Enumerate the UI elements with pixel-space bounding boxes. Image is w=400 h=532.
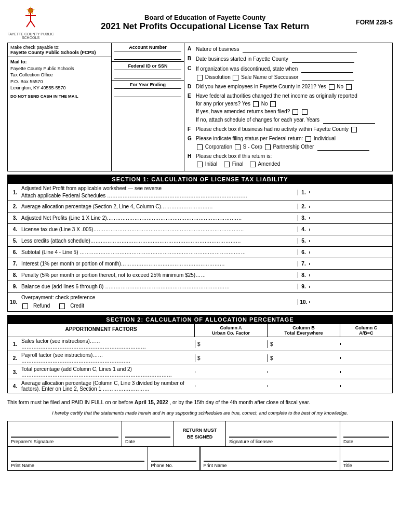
g-scorp-label: S - Corp — [243, 144, 262, 150]
apport-row2-col-c[interactable] — [340, 357, 392, 359]
apport-row1-col-a[interactable]: $ — [195, 340, 268, 348]
g-partnership-checkbox[interactable] — [265, 144, 271, 150]
date-cell-1[interactable]: Date — [122, 421, 174, 446]
row2-value[interactable] — [309, 206, 392, 208]
d-yes-checkbox[interactable] — [329, 84, 335, 90]
apport-row-1: 1. Sales factor (see instructions)…… ………… — [8, 337, 392, 351]
field-f-content: Please check box if business had no acti… — [196, 125, 389, 133]
row6-value[interactable] — [309, 251, 392, 254]
row7-value[interactable] — [309, 263, 392, 265]
row10-value[interactable] — [309, 301, 392, 303]
row3-value[interactable] — [309, 217, 392, 219]
e-yes-checkbox[interactable] — [253, 101, 259, 107]
field-b-input[interactable] — [292, 55, 354, 63]
apport-row2-col-b[interactable]: $ — [268, 354, 340, 362]
sale-label: Sale — [241, 74, 251, 80]
field-c-input[interactable] — [301, 64, 353, 73]
apport-row1-num: 1. — [8, 341, 19, 347]
licensee-print-name-label: Print Name — [204, 461, 337, 468]
apport-row3-col-c[interactable] — [340, 371, 392, 373]
row3-desc: Adjusted Net Profits (Line 1 X Line 2)……… — [19, 214, 298, 223]
row5-desc: Less credits (attach schedule)…………………………… — [19, 236, 298, 246]
h-final-checkbox[interactable] — [224, 162, 230, 167]
licensee-print-name-cell[interactable]: Print Name — [200, 447, 341, 470]
h-initial-label: Initial — [205, 161, 217, 167]
row4-value[interactable] — [309, 229, 392, 231]
apport-row-4: 4. Average allocation percentage (Column… — [8, 379, 392, 393]
e-no-checkbox[interactable] — [270, 101, 276, 107]
g-other-input[interactable] — [317, 142, 369, 151]
field-c-text: If organization was discontinued, state … — [196, 66, 298, 72]
col-c-sublabel: A/B=C — [342, 330, 390, 336]
apport-row1-col-b[interactable]: $ — [268, 340, 340, 348]
section1-body: 1. Adjusted Net Profit from applicable w… — [7, 184, 393, 312]
field-b-letter: B — [188, 55, 195, 62]
col-a-sublabel: Urban Co. Factor — [197, 330, 265, 336]
e-amended-checkbox[interactable] — [292, 109, 298, 115]
g-scorp-checkbox[interactable] — [235, 144, 241, 150]
apport-row1-col-c[interactable] — [340, 343, 392, 345]
col-b-dollar-2: $ — [270, 355, 273, 361]
calc-row-9: 9. Balance due (add lines 6 through 8) …… — [8, 281, 392, 292]
row2-desc: Average allocation percentage (Section 2… — [19, 202, 298, 211]
apport-row3-col-a — [195, 371, 268, 373]
field-g-letter: G — [188, 135, 195, 142]
credit-checkbox[interactable] — [59, 303, 65, 309]
g-individual-label: Individual — [314, 136, 336, 141]
preparer-sig-cell[interactable]: Preparer's Signature — [8, 421, 122, 446]
calc-row-2: 2. Average allocation percentage (Sectio… — [8, 201, 392, 212]
certify-text: I hereby certify that the statements mad… — [7, 408, 393, 418]
row1-desc: Adjusted Net Profit from applicable work… — [19, 184, 298, 201]
account-number-input[interactable] — [114, 52, 181, 60]
row8-value[interactable] — [309, 274, 392, 276]
g-individual-checkbox[interactable] — [305, 136, 311, 142]
field-d-letter: D — [188, 83, 195, 90]
row2-num: 2. — [8, 204, 19, 209]
top-info-section: Make check payable to: Fayette County Pu… — [7, 43, 393, 171]
date-cell-2[interactable]: Date — [340, 421, 392, 446]
return-must-line1: RETURN MUST — [183, 427, 217, 434]
preparer-print-name-cell[interactable]: Print Name — [8, 447, 148, 470]
field-h-content: Please check box if this return is: Init… — [196, 152, 389, 168]
federal-id-input[interactable] — [114, 71, 181, 78]
g-corp-checkbox[interactable] — [197, 144, 203, 150]
field-a-input[interactable] — [243, 45, 357, 53]
e-years-input[interactable] — [323, 115, 375, 124]
phone-cell[interactable]: Phone No. — [148, 447, 200, 470]
apport-row2-col-a[interactable]: $ — [195, 354, 268, 362]
successor-input[interactable] — [302, 73, 354, 81]
d-no-checkbox[interactable] — [346, 84, 352, 90]
section2-body: APPORTIONMENT FACTORS Column A Urban Co.… — [7, 324, 393, 393]
date-label-2: Date — [343, 437, 389, 444]
row1-value[interactable] — [309, 191, 392, 193]
return-must-be-signed: RETURN MUST BE SIGNED — [174, 421, 226, 446]
row6-num: 6. — [8, 249, 19, 255]
filing-note-text: This form must be filed and PAID IN FULL… — [7, 400, 133, 405]
title-cell[interactable]: Title — [340, 447, 392, 470]
field-c-row: C If organization was discontinued, stat… — [188, 64, 389, 81]
h-initial-checkbox[interactable] — [197, 162, 203, 167]
year-ending-input[interactable] — [114, 90, 181, 97]
licensee-sig-cell[interactable]: Signature of licensee — [226, 421, 340, 446]
apport-row2-num: 2. — [8, 355, 19, 361]
dissolution-checkbox[interactable] — [197, 75, 203, 81]
apport-row4-col-c[interactable] — [340, 385, 392, 387]
col-a-header: Column A Urban Co. Factor — [195, 324, 268, 337]
sale-checkbox[interactable] — [233, 75, 238, 81]
row8-desc: Penalty (5% per month or portion thereof… — [19, 271, 298, 280]
e-years-label: Years — [306, 117, 319, 123]
row9-value[interactable] — [309, 286, 392, 288]
row3-num: 3. — [8, 215, 19, 221]
apport-row4-desc: Average allocation percentage (Column C,… — [19, 379, 195, 393]
row5-num: 5. — [8, 238, 19, 244]
h-amended-checkbox[interactable] — [250, 162, 256, 167]
row5-value[interactable] — [309, 240, 392, 242]
field-h-text: Please check box if this return is: — [196, 153, 272, 159]
date-label-1: Date — [125, 437, 170, 444]
field-b-text: Date business started in Fayette County — [196, 56, 288, 62]
refund-checkbox[interactable] — [22, 303, 28, 309]
row9-num: 9. — [8, 284, 19, 289]
federal-id-field: Federal ID or SSN — [112, 62, 184, 81]
e-amended-checkbox2[interactable] — [302, 109, 308, 115]
f-checkbox[interactable] — [351, 127, 357, 132]
